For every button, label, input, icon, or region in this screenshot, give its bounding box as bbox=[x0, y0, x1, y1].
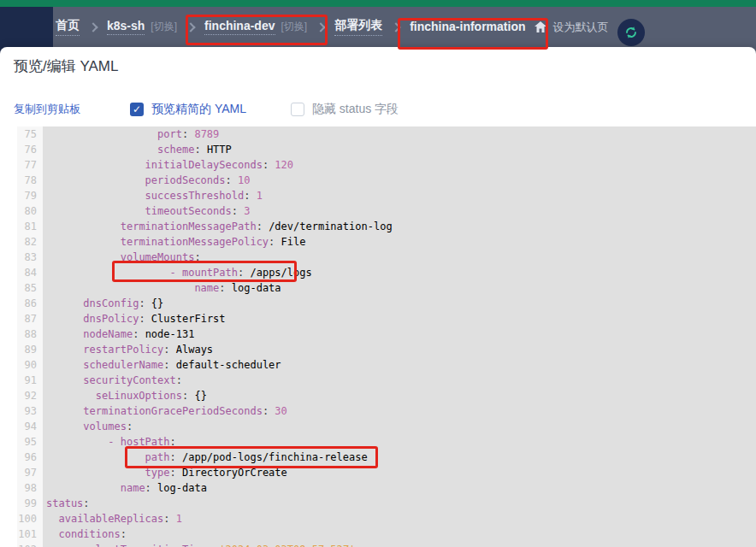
checkbox-checked-icon[interactable]: ✓ bbox=[130, 103, 144, 116]
line-number: 75 bbox=[17, 126, 43, 142]
yaml-row-78: 78 periodSeconds: 10 bbox=[17, 173, 756, 188]
chevron-right-icon bbox=[186, 22, 195, 32]
chevron-right-icon bbox=[316, 22, 326, 32]
yaml-row-102: 102 - lastTransitionTime: '2024-03-03T09… bbox=[17, 542, 756, 547]
yaml-line[interactable]: name: log-data bbox=[43, 280, 756, 296]
yaml-row-75: 75 port: 8789 bbox=[17, 126, 756, 142]
line-number: 80 bbox=[17, 203, 43, 219]
breadcrumb-label[interactable]: 首页 bbox=[56, 18, 80, 36]
line-number: 95 bbox=[17, 434, 43, 450]
line-number: 92 bbox=[17, 388, 43, 403]
line-number: 77 bbox=[17, 157, 43, 173]
yaml-line[interactable]: scheme: HTTP bbox=[43, 142, 756, 157]
line-number: 102 bbox=[17, 542, 43, 547]
yaml-line[interactable]: terminationMessagePath: /dev/termination… bbox=[43, 219, 756, 234]
top-accent-bar bbox=[0, 0, 756, 7]
line-number: 88 bbox=[17, 326, 43, 342]
yaml-editor[interactable]: 75 port: 878976 scheme: HTTP77 initialDe… bbox=[17, 126, 756, 547]
yaml-line[interactable]: successThreshold: 1 bbox=[43, 188, 756, 203]
line-number: 82 bbox=[17, 234, 43, 250]
yaml-line[interactable]: securityContext: bbox=[43, 373, 756, 388]
yaml-row-95: 95 - hostPath: bbox=[17, 434, 756, 450]
yaml-line[interactable]: name: log-data bbox=[43, 480, 756, 496]
yaml-line[interactable]: timeoutSeconds: 3 bbox=[43, 203, 756, 219]
line-number: 96 bbox=[17, 450, 43, 465]
line-number: 85 bbox=[17, 280, 43, 296]
yaml-row-87: 87 dnsPolicy: ClusterFirst bbox=[17, 311, 756, 326]
line-number: 90 bbox=[17, 357, 43, 373]
yaml-row-88: 88 nodeName: node-131 bbox=[17, 326, 756, 342]
yaml-row-80: 80 timeoutSeconds: 3 bbox=[17, 203, 756, 219]
breadcrumb-item-首页[interactable]: 首页 bbox=[56, 18, 80, 36]
home-icon[interactable] bbox=[535, 21, 546, 32]
breadcrumb-item-finchina-dev[interactable]: finchina-dev[切换] bbox=[204, 19, 307, 35]
breadcrumb-label[interactable]: k8s-sh bbox=[107, 19, 145, 35]
line-number: 79 bbox=[17, 188, 43, 203]
chevron-right-icon bbox=[392, 22, 401, 32]
set-default-page-link[interactable]: 设为默认页 bbox=[553, 20, 609, 35]
yaml-line[interactable]: volumeMounts: bbox=[43, 250, 756, 265]
breadcrumb-label[interactable]: finchina-information bbox=[410, 20, 525, 35]
breadcrumb-label[interactable]: finchina-dev bbox=[204, 19, 275, 35]
refresh-button[interactable] bbox=[617, 19, 645, 46]
yaml-line[interactable]: nodeName: node-131 bbox=[43, 326, 756, 342]
yaml-line[interactable]: restartPolicy: Always bbox=[43, 342, 756, 357]
yaml-row-83: 83 volumeMounts: bbox=[17, 250, 756, 265]
preview-simplified-label[interactable]: 预览精简的 YAML bbox=[151, 102, 246, 117]
yaml-row-91: 91 securityContext: bbox=[17, 373, 756, 388]
yaml-line[interactable]: seLinuxOptions: {} bbox=[43, 388, 756, 403]
yaml-line[interactable]: availableReplicas: 1 bbox=[43, 511, 756, 526]
yaml-line[interactable]: periodSeconds: 10 bbox=[43, 173, 756, 188]
hide-status-checkbox[interactable]: 隐藏 status 字段 bbox=[291, 102, 399, 117]
yaml-row-81: 81 terminationMessagePath: /dev/terminat… bbox=[17, 219, 756, 234]
breadcrumb-item-部署列表[interactable]: 部署列表 bbox=[334, 18, 382, 36]
yaml-row-97: 97 type: DirectoryOrCreate bbox=[17, 465, 756, 480]
copy-to-clipboard-link[interactable]: 复制到剪贴板 bbox=[14, 102, 96, 117]
preview-simplified-checkbox[interactable]: ✓ 预览精简的 YAML bbox=[130, 102, 246, 117]
modal-title: 预览/编辑 YAML bbox=[14, 56, 118, 76]
yaml-line[interactable]: port: 8789 bbox=[43, 126, 756, 142]
hide-status-label[interactable]: 隐藏 status 字段 bbox=[312, 102, 399, 117]
line-number: 98 bbox=[17, 480, 43, 496]
yaml-line[interactable]: volumes: bbox=[43, 419, 756, 434]
yaml-row-99: 99status: bbox=[17, 496, 756, 511]
yaml-row-90: 90 schedulerName: default-scheduler bbox=[17, 357, 756, 373]
line-number: 81 bbox=[17, 219, 43, 234]
yaml-line[interactable]: initialDelaySeconds: 120 bbox=[43, 157, 756, 173]
checkbox-unchecked-icon[interactable] bbox=[291, 103, 304, 116]
breadcrumb-item-k8s-sh[interactable]: k8s-sh[切换] bbox=[107, 19, 177, 35]
yaml-line[interactable]: - hostPath: bbox=[43, 434, 756, 450]
line-number: 100 bbox=[17, 511, 43, 526]
yaml-line[interactable]: - mountPath: /apps/logs bbox=[43, 265, 756, 280]
yaml-line[interactable]: dnsPolicy: ClusterFirst bbox=[43, 311, 756, 326]
yaml-line[interactable]: terminationGracePeriodSeconds: 30 bbox=[43, 403, 756, 419]
line-number: 87 bbox=[17, 311, 43, 326]
yaml-line[interactable]: - lastTransitionTime: '2024-03-03T09:57:… bbox=[43, 542, 756, 547]
yaml-line[interactable]: type: DirectoryOrCreate bbox=[43, 465, 756, 480]
line-number: 86 bbox=[17, 296, 43, 311]
yaml-line[interactable]: dnsConfig: {} bbox=[43, 296, 756, 311]
line-number: 101 bbox=[17, 526, 43, 542]
yaml-row-100: 100 availableReplicas: 1 bbox=[17, 511, 756, 526]
breadcrumb-item-finchina-information[interactable]: finchina-information bbox=[410, 20, 525, 35]
line-number: 94 bbox=[17, 419, 43, 434]
yaml-line[interactable]: schedulerName: default-scheduler bbox=[43, 357, 756, 373]
yaml-line[interactable]: status: bbox=[43, 496, 756, 511]
line-number: 83 bbox=[17, 250, 43, 265]
switch-link[interactable]: [切换] bbox=[151, 20, 177, 34]
line-number: 99 bbox=[17, 496, 43, 511]
line-number: 93 bbox=[17, 403, 43, 419]
yaml-line[interactable]: terminationMessagePolicy: File bbox=[43, 234, 756, 250]
yaml-row-82: 82 terminationMessagePolicy: File bbox=[17, 234, 756, 250]
yaml-preview-modal: 预览/编辑 YAML 复制到剪贴板 ✓ 预览精简的 YAML 隐藏 status… bbox=[0, 47, 756, 547]
yaml-line[interactable]: path: /app/pod-logs/finchina-release bbox=[43, 450, 756, 465]
yaml-row-96: 96 path: /app/pod-logs/finchina-release bbox=[17, 450, 756, 465]
switch-link[interactable]: [切换] bbox=[281, 20, 308, 34]
yaml-row-76: 76 scheme: HTTP bbox=[17, 142, 756, 157]
yaml-row-79: 79 successThreshold: 1 bbox=[17, 188, 756, 203]
yaml-row-101: 101 conditions: bbox=[17, 526, 756, 542]
breadcrumb-label[interactable]: 部署列表 bbox=[334, 18, 382, 36]
yaml-line[interactable]: conditions: bbox=[43, 526, 756, 542]
yaml-row-89: 89 restartPolicy: Always bbox=[17, 342, 756, 357]
yaml-row-84: 84 - mountPath: /apps/logs bbox=[17, 265, 756, 280]
